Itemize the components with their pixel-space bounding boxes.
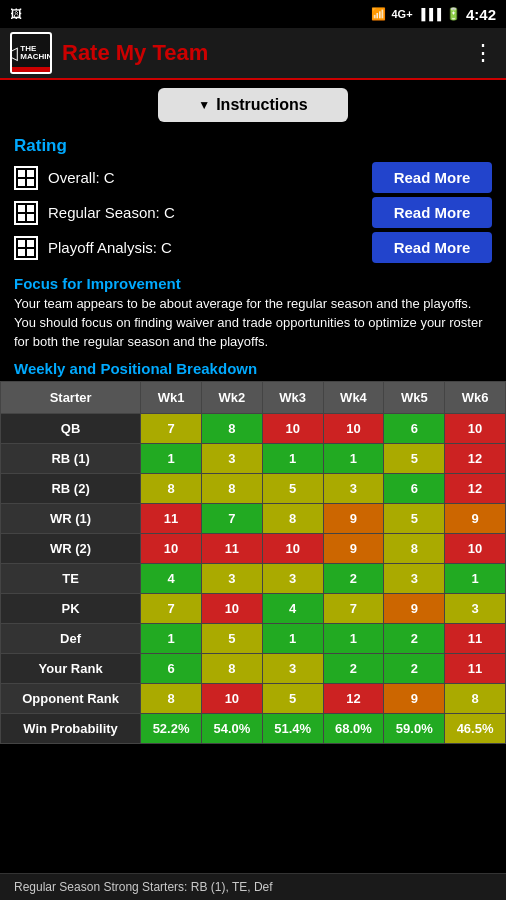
breakdown-title: Weekly and Positional Breakdown bbox=[0, 356, 506, 381]
instructions-arrow: ▼ bbox=[198, 98, 210, 112]
col-wk5: Wk5 bbox=[384, 381, 445, 413]
cell-position: RB (2) bbox=[1, 473, 141, 503]
cell-value: 11 bbox=[445, 653, 506, 683]
table-row: Win Probability52.2%54.0%51.4%68.0%59.0%… bbox=[1, 713, 506, 743]
lte-icon: 4G+ bbox=[391, 8, 412, 20]
cell-value: 5 bbox=[262, 473, 323, 503]
cell-value: 1 bbox=[141, 623, 202, 653]
cell-value: 9 bbox=[323, 533, 384, 563]
col-wk2: Wk2 bbox=[201, 381, 262, 413]
cell-position: Opponent Rank bbox=[1, 683, 141, 713]
cell-value: 12 bbox=[445, 473, 506, 503]
table-row: QB781010610 bbox=[1, 413, 506, 443]
cell-value: 6 bbox=[141, 653, 202, 683]
cell-value: 10 bbox=[323, 413, 384, 443]
cell-value: 10 bbox=[262, 413, 323, 443]
cell-value: 54.0% bbox=[201, 713, 262, 743]
overall-read-more-button[interactable]: Read More bbox=[372, 162, 492, 193]
rating-row-overall: Overall: C Read More bbox=[14, 162, 492, 193]
cell-value: 8 bbox=[201, 473, 262, 503]
cell-value: 10 bbox=[445, 533, 506, 563]
cell-value: 8 bbox=[384, 533, 445, 563]
cell-value: 2 bbox=[384, 653, 445, 683]
instructions-label: Instructions bbox=[216, 96, 308, 114]
playoff-icon bbox=[14, 236, 38, 260]
rating-row-playoff: Playoff Analysis: C Read More bbox=[14, 232, 492, 263]
logo-text: THE MACHINE bbox=[20, 45, 52, 61]
regular-read-more-button[interactable]: Read More bbox=[372, 197, 492, 228]
cell-value: 51.4% bbox=[262, 713, 323, 743]
table-row: Opponent Rank81051298 bbox=[1, 683, 506, 713]
cell-value: 3 bbox=[201, 563, 262, 593]
cell-value: 9 bbox=[323, 503, 384, 533]
cell-value: 11 bbox=[141, 503, 202, 533]
wifi-icon: 📶 bbox=[371, 7, 386, 21]
cell-value: 2 bbox=[384, 623, 445, 653]
table-row: WR (1)1178959 bbox=[1, 503, 506, 533]
overflow-menu-icon[interactable]: ⋮ bbox=[472, 40, 496, 66]
regular-icon bbox=[14, 201, 38, 225]
cell-value: 2 bbox=[323, 653, 384, 683]
cell-value: 9 bbox=[445, 503, 506, 533]
cell-position: RB (1) bbox=[1, 443, 141, 473]
cell-value: 7 bbox=[201, 503, 262, 533]
rating-section: Rating Overall: C Read More Regular Seas… bbox=[0, 130, 506, 271]
focus-title: Focus for Improvement bbox=[14, 275, 492, 292]
stats-table: Starter Wk1 Wk2 Wk3 Wk4 Wk5 Wk6 QB781010… bbox=[0, 381, 506, 744]
cell-value: 3 bbox=[201, 443, 262, 473]
cell-value: 9 bbox=[384, 683, 445, 713]
cell-value: 10 bbox=[201, 683, 262, 713]
cell-value: 3 bbox=[323, 473, 384, 503]
table-row: RB (1)1311512 bbox=[1, 443, 506, 473]
cell-value: 11 bbox=[201, 533, 262, 563]
table-row: TE433231 bbox=[1, 563, 506, 593]
status-bar: 🖼 📶 4G+ ▐▐▐ 🔋 4:42 bbox=[0, 0, 506, 28]
table-row: PK7104793 bbox=[1, 593, 506, 623]
focus-text: Your team appears to be about average fo… bbox=[14, 295, 492, 352]
cell-position: PK bbox=[1, 593, 141, 623]
status-left: 🖼 bbox=[10, 7, 365, 21]
battery-icon: 🔋 bbox=[446, 7, 461, 21]
cell-value: 3 bbox=[262, 563, 323, 593]
cell-value: 7 bbox=[141, 593, 202, 623]
cell-position: QB bbox=[1, 413, 141, 443]
cell-value: 5 bbox=[201, 623, 262, 653]
overall-label: Overall: C bbox=[48, 169, 362, 186]
app-logo: ◁ THE MACHINE bbox=[10, 32, 52, 74]
cell-value: 10 bbox=[262, 533, 323, 563]
status-icons: 📶 4G+ ▐▐▐ 🔋 4:42 bbox=[371, 6, 496, 23]
status-time: 4:42 bbox=[466, 6, 496, 23]
cell-value: 9 bbox=[384, 593, 445, 623]
cell-position: Def bbox=[1, 623, 141, 653]
cell-position: WR (1) bbox=[1, 503, 141, 533]
col-wk6: Wk6 bbox=[445, 381, 506, 413]
rating-title: Rating bbox=[14, 136, 492, 156]
cell-position: Your Rank bbox=[1, 653, 141, 683]
cell-value: 8 bbox=[201, 653, 262, 683]
cell-position: WR (2) bbox=[1, 533, 141, 563]
cell-value: 1 bbox=[262, 623, 323, 653]
cell-value: 3 bbox=[384, 563, 445, 593]
cell-value: 8 bbox=[141, 683, 202, 713]
cell-value: 10 bbox=[141, 533, 202, 563]
cell-value: 3 bbox=[262, 653, 323, 683]
app-header: ◁ THE MACHINE Rate My Team ⋮ bbox=[0, 28, 506, 80]
table-row: WR (2)1011109810 bbox=[1, 533, 506, 563]
weekly-breakdown-table: Starter Wk1 Wk2 Wk3 Wk4 Wk5 Wk6 QB781010… bbox=[0, 381, 506, 744]
cell-value: 1 bbox=[262, 443, 323, 473]
cell-value: 10 bbox=[201, 593, 262, 623]
cell-value: 4 bbox=[262, 593, 323, 623]
instructions-button[interactable]: ▼ Instructions bbox=[158, 88, 347, 122]
cell-value: 1 bbox=[323, 623, 384, 653]
playoff-read-more-button[interactable]: Read More bbox=[372, 232, 492, 263]
cell-value: 8 bbox=[201, 413, 262, 443]
cell-value: 46.5% bbox=[445, 713, 506, 743]
cell-value: 6 bbox=[384, 473, 445, 503]
col-wk1: Wk1 bbox=[141, 381, 202, 413]
col-wk3: Wk3 bbox=[262, 381, 323, 413]
instructions-bar: ▼ Instructions bbox=[0, 80, 506, 130]
rating-row-regular: Regular Season: C Read More bbox=[14, 197, 492, 228]
cell-value: 4 bbox=[141, 563, 202, 593]
regular-label: Regular Season: C bbox=[48, 204, 362, 221]
logo-arrow: ◁ bbox=[10, 42, 18, 64]
